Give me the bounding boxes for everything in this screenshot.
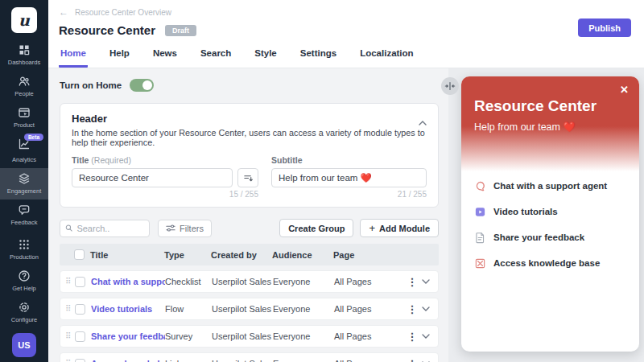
module-type: Flow [165,304,212,314]
module-title-link[interactable]: Share your feedba... [91,331,165,341]
create-group-button[interactable]: Create Group [279,219,353,237]
search-box[interactable] [60,220,150,237]
tab-home[interactable]: Home [59,43,88,68]
content-area: Turn on Home Header In the home section … [48,68,448,362]
page-title: Resource Center [59,23,155,37]
column-type: Type [164,250,211,260]
chevron-down-icon[interactable] [419,279,433,284]
feedback-icon [18,204,31,216]
preview-module-list: Chat with a support agent Video tutorial… [461,171,639,273]
sidebar-item-people[interactable]: People [0,71,48,102]
module-audience: Everyone [273,277,334,286]
preview-header: ✕ Resource Center Help from our team ❤️ [461,76,639,171]
subtitle-input[interactable] [271,168,427,187]
preview-item-chat[interactable]: Chat with a support agent [474,176,626,195]
kebab-menu-icon[interactable]: ⋮ [406,277,419,287]
module-audience: Everyone [273,304,334,314]
collapse-arrows-icon [444,80,456,92]
beta-badge: Beta [24,134,43,141]
sidebar-item-feedback[interactable]: Feedback [0,200,48,231]
sidebar-item-analytics[interactable]: Beta Analytics [0,134,48,168]
kebab-menu-icon[interactable]: ⋮ [406,304,419,315]
tab-settings[interactable]: Settings [299,43,338,68]
column-created-by: Created by [211,250,272,260]
preview-item-feedback[interactable]: Share your feedback [474,228,626,247]
module-audience: Everyone [273,331,334,341]
analytics-icon [18,139,31,153]
preview-item-label: Video tutorials [493,207,558,216]
search-input[interactable] [76,224,144,233]
close-icon[interactable]: ✕ [620,84,629,96]
sidebar-item-production[interactable]: Production [0,234,48,265]
collapse-preview-button[interactable] [441,77,459,95]
topbar: ← Resource Center Overview Resource Cent… [48,0,644,68]
plus-icon: + [369,222,375,234]
table-row: ⠿ Chat with a suppo... Checklist Userpil… [60,270,439,293]
sidebar-item-dashboards[interactable]: Dashboards [0,39,48,71]
row-checkbox[interactable] [75,331,85,342]
insert-variable-button[interactable] [237,168,258,187]
module-audience: Everyone [273,359,334,362]
row-checkbox[interactable] [75,277,85,287]
chevron-up-icon[interactable] [419,114,427,129]
back-arrow-icon[interactable]: ← [59,6,68,18]
preview-item-video[interactable]: Video tutorials [474,202,626,221]
knowledge-base-icon [474,257,486,269]
add-module-button[interactable]: + Add Module [360,219,439,237]
filters-button[interactable]: Filters [158,220,212,237]
module-type: Checklist [165,277,212,286]
module-title-link[interactable]: Access knowledge ... [91,359,165,362]
user-avatar[interactable]: US [12,333,36,357]
breadcrumb[interactable]: ← Resource Center Overview [48,0,644,18]
module-title-link[interactable]: Video tutorials [91,304,165,314]
drag-handle-icon[interactable]: ⠿ [65,278,75,286]
chevron-down-icon[interactable] [419,334,433,339]
table-row: ⠿ Share your feedba... Survey Userpilot … [60,325,439,348]
sidebar-item-label: Configure [11,316,38,323]
column-audience: Audience [272,250,333,260]
sidebar-item-configure[interactable]: Configure [0,297,48,328]
sidebar-item-label: Get Help [12,285,36,292]
title-input[interactable] [72,168,233,187]
main-region: ← Resource Center Overview Resource Cent… [48,0,644,362]
title-field-label: Title [72,155,89,165]
module-page: All Pages [334,304,406,314]
app-root: u Dashboards People Product [0,0,644,362]
sidebar-item-engagement[interactable]: Engagement [0,168,48,200]
row-checkbox[interactable] [75,304,85,315]
header-settings-card: Header In the home section of your Resou… [60,103,439,208]
preview-item-label: Access knowledge base [493,258,600,268]
module-type: Survey [165,331,212,341]
column-page: Page [333,250,407,260]
row-checkbox[interactable] [75,359,85,362]
publish-button[interactable]: Publish [578,19,631,37]
sidebar-item-get-help[interactable]: Get Help [0,265,48,297]
text-lines-arrow-icon [243,173,254,183]
sidebar-item-label: Feedback [11,219,38,226]
drag-handle-icon[interactable]: ⠿ [65,332,75,340]
tab-localization[interactable]: Localization [358,43,415,68]
chevron-down-icon[interactable] [419,306,433,311]
tab-help[interactable]: Help [108,43,131,68]
sidebar-item-label: Engagement [7,187,42,195]
tab-news[interactable]: News [151,43,179,68]
tab-search[interactable]: Search [199,43,233,68]
subtitle-char-counter: 21 / 255 [271,190,427,199]
module-title-link[interactable]: Chat with a suppo... [91,277,165,286]
drag-handle-icon[interactable]: ⠿ [65,305,75,313]
select-all-checkbox[interactable] [74,249,85,260]
home-toggle[interactable] [130,79,154,92]
kebab-menu-icon[interactable]: ⋮ [406,331,419,342]
tab-style[interactable]: Style [253,43,279,68]
table-header: Title Type Created by Audience Page [60,244,439,265]
resource-center-preview: ✕ Resource Center Help from our team ❤️ … [461,76,639,352]
sidebar-item-label: Product [14,121,35,129]
turn-on-home-label: Turn on Home [60,80,122,90]
filters-label: Filters [180,224,204,233]
kebab-menu-icon[interactable]: ⋮ [406,359,419,362]
sidebar-item-product[interactable]: Product [0,102,48,134]
userpilot-logo[interactable]: u [11,7,37,33]
sidebar-item-label: People [14,90,33,97]
preview-item-knowledge[interactable]: Access knowledge base [474,253,626,273]
title-char-counter: 15 / 255 [72,190,258,199]
